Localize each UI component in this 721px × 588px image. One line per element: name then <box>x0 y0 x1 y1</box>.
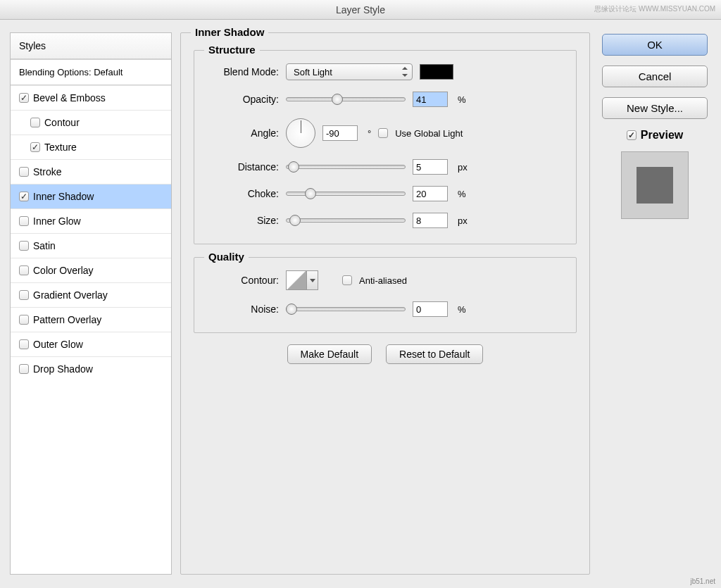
sidebar-checkbox[interactable] <box>19 339 29 349</box>
distance-unit: px <box>458 162 468 173</box>
sidebar-item-label: Satin <box>33 240 56 251</box>
sidebar-checkbox[interactable] <box>19 290 29 300</box>
use-global-light-checkbox[interactable] <box>378 128 388 138</box>
sidebar-item-color-overlay[interactable]: Color Overlay <box>11 258 171 282</box>
sidebar-checkbox[interactable] <box>19 216 29 226</box>
contour-label: Contour: <box>204 275 279 286</box>
sidebar-item-drop-shadow[interactable]: Drop Shadow <box>11 356 171 381</box>
preview-label: Preview <box>641 129 683 142</box>
watermark-bottom: jb51.net <box>690 577 715 585</box>
noise-unit: % <box>458 304 466 315</box>
layer-style-window: Layer Style 思缘设计论坛 WWW.MISSYUAN.COM Styl… <box>0 0 721 588</box>
sidebar-item-stroke[interactable]: Stroke <box>11 159 171 184</box>
sidebar-checkbox[interactable] <box>19 192 29 201</box>
quality-title: Quality <box>204 251 249 263</box>
sidebar-item-label: Contour <box>44 117 80 128</box>
styles-sidebar: Styles Blending Options: Default Bevel &… <box>10 32 172 575</box>
sidebar-item-pattern-overlay[interactable]: Pattern Overlay <box>11 307 171 332</box>
sidebar-item-label: Bevel & Emboss <box>33 92 106 104</box>
cancel-button[interactable]: Cancel <box>602 65 708 87</box>
anti-aliased-checkbox[interactable] <box>342 275 352 285</box>
noise-slider[interactable] <box>286 302 406 316</box>
sidebar-item-label: Pattern Overlay <box>33 314 101 325</box>
sidebar-header[interactable]: Styles <box>11 33 171 59</box>
reset-default-button[interactable]: Reset to Default <box>386 344 483 364</box>
size-input[interactable] <box>413 213 448 228</box>
blend-mode-label: Blend Mode: <box>204 66 279 77</box>
sidebar-checkbox[interactable] <box>19 265 29 275</box>
sidebar-checkbox[interactable] <box>19 93 29 103</box>
choke-label: Choke: <box>204 188 279 199</box>
angle-unit: ° <box>368 128 371 139</box>
blending-options[interactable]: Blending Options: Default <box>11 59 171 85</box>
sidebar-item-satin[interactable]: Satin <box>11 233 171 258</box>
choke-slider[interactable] <box>286 187 406 201</box>
size-unit: px <box>458 215 468 226</box>
sidebar-checkbox[interactable] <box>30 142 40 152</box>
sidebar-item-label: Texture <box>44 142 77 153</box>
new-style-button[interactable]: New Style... <box>602 97 708 119</box>
sidebar-checkbox[interactable] <box>19 364 29 374</box>
sidebar-item-inner-glow[interactable]: Inner Glow <box>11 208 171 233</box>
sidebar-item-label: Gradient Overlay <box>33 289 108 301</box>
choke-input[interactable] <box>413 186 448 201</box>
angle-label: Angle: <box>204 127 279 139</box>
sidebar-item-inner-shadow[interactable]: Inner Shadow <box>11 184 171 208</box>
sidebar-item-label: Inner Glow <box>33 215 81 227</box>
structure-group: Structure Blend Mode: Soft Light Opacity… <box>194 50 577 244</box>
sidebar-item-texture[interactable]: Texture <box>11 135 171 159</box>
sidebar-item-gradient-overlay[interactable]: Gradient Overlay <box>11 282 171 307</box>
anti-aliased-label: Anti-aliased <box>359 275 407 286</box>
sidebar-checkbox[interactable] <box>19 241 29 251</box>
size-slider[interactable] <box>286 213 406 227</box>
angle-dial[interactable] <box>286 118 315 148</box>
ok-button[interactable]: OK <box>602 34 708 56</box>
panel-title: Inner Shadow <box>191 26 268 38</box>
sidebar-item-bevel-emboss[interactable]: Bevel & Emboss <box>11 85 171 110</box>
sidebar-item-contour[interactable]: Contour <box>11 110 171 135</box>
preview-swatch <box>637 167 673 204</box>
inner-shadow-panel: Inner Shadow Structure Blend Mode: Soft … <box>180 32 590 575</box>
sidebar-item-label: Inner Shadow <box>33 191 94 202</box>
noise-label: Noise: <box>204 304 279 315</box>
blend-mode-select[interactable]: Soft Light <box>286 63 413 80</box>
main-panel: Inner Shadow Structure Blend Mode: Soft … <box>180 32 590 575</box>
distance-slider[interactable] <box>286 160 406 174</box>
opacity-unit: % <box>458 94 466 105</box>
opacity-label: Opacity: <box>204 94 279 105</box>
right-panel: OK Cancel New Style... Preview <box>598 32 711 575</box>
sidebar-item-outer-glow[interactable]: Outer Glow <box>11 332 171 356</box>
sidebar-item-label: Drop Shadow <box>33 363 93 375</box>
contour-picker[interactable] <box>286 270 307 290</box>
sidebar-item-label: Outer Glow <box>33 339 83 350</box>
sidebar-checkbox[interactable] <box>19 167 29 177</box>
noise-input[interactable] <box>413 301 448 317</box>
sidebar-checkbox[interactable] <box>19 315 29 325</box>
preview-thumbnail <box>621 151 689 219</box>
sidebar-item-label: Color Overlay <box>33 265 94 276</box>
size-label: Size: <box>204 215 279 226</box>
choke-unit: % <box>458 189 466 199</box>
quality-group: Quality Contour: Anti-aliased Noise: <box>194 257 577 333</box>
make-default-button[interactable]: Make Default <box>287 344 372 364</box>
opacity-input[interactable] <box>413 92 448 107</box>
use-global-light-label: Use Global Light <box>395 128 463 139</box>
angle-input[interactable] <box>322 125 358 141</box>
distance-input[interactable] <box>413 159 448 175</box>
distance-label: Distance: <box>204 161 279 173</box>
sidebar-checkbox[interactable] <box>30 118 40 127</box>
opacity-slider[interactable] <box>286 92 406 106</box>
structure-title: Structure <box>204 44 260 56</box>
sidebar-item-label: Stroke <box>33 166 61 177</box>
watermark-top: 思缘设计论坛 WWW.MISSYUAN.COM <box>594 4 715 14</box>
preview-checkbox[interactable] <box>627 130 637 140</box>
contour-dropdown-icon[interactable] <box>307 270 318 290</box>
shadow-color-swatch[interactable] <box>420 64 453 80</box>
